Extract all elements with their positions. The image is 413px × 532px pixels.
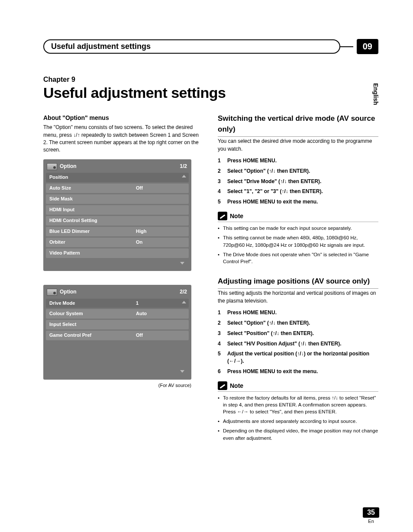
menu2-title: Option [60, 288, 77, 296]
step: Press HOME MENU to exit the menu. [218, 198, 378, 206]
menu-label: Colour System [49, 310, 136, 317]
menu-label: Side Mask [49, 196, 136, 203]
menu-label: Auto Size [49, 185, 136, 192]
menu1-row: HDMI Control Setting [46, 216, 189, 226]
page-lang: En [363, 519, 379, 524]
menu-value: Off [136, 332, 185, 339]
note-item: This setting cannot be made when 480i, 4… [218, 234, 378, 248]
note-item: This setting can be made for each input … [218, 225, 378, 232]
note-item: The Drive Mode does not operate when "On… [218, 251, 378, 265]
note-header: Note [218, 381, 378, 392]
section2-intro: This setting adjusts the horizontal and … [218, 290, 378, 305]
up-arrow-icon [182, 175, 186, 177]
note-label: Note [230, 212, 243, 220]
chapter-badge: 09 [357, 39, 378, 54]
menu1-row: OrbiterOn [46, 238, 189, 247]
menu-value: 1 [136, 300, 185, 307]
step: Select "Drive Mode" (↑/↓ then ENTER). [218, 178, 378, 185]
menu-label: Blue LED Dimmer [49, 228, 136, 235]
left-column: About "Option" menus The "Option" menu c… [43, 113, 204, 444]
section2-steps: Press HOME MENU. Select "Option" (↑/↓ th… [218, 309, 378, 375]
section2-notes: To restore the factory defaults for all … [218, 394, 378, 442]
menu1-page: 1/2 [180, 163, 187, 170]
menu-caption: (For AV source) [43, 382, 191, 389]
step: Select "H/V Position Adjust" (↑/↓ then E… [218, 340, 378, 348]
menu-label: HDMI Control Setting [49, 217, 136, 224]
step: Select "Position" (↑/↓ then ENTER). [218, 330, 378, 337]
note-item: To restore the factory defaults for all … [218, 394, 378, 415]
menu-label: HDMI Input [49, 206, 136, 213]
menu1-row: Side Mask [46, 194, 189, 204]
step: Select "1", "2" or "3" (↑/↓ then ENTER). [218, 188, 378, 195]
menu1-row: HDMI Input [46, 205, 189, 215]
note-icon [218, 212, 227, 220]
menu-label: Orbiter [49, 239, 136, 246]
menu1-row: Auto SizeOff [46, 184, 189, 193]
step: Adjust the vertical position (↑/↓) or th… [218, 350, 378, 365]
menu-label: Position [49, 174, 136, 181]
option-menu-2: Option 2/2 Drive Mode 1 Colour SystemAut… [43, 285, 191, 380]
page-footer: 35 En [363, 507, 379, 524]
menu-value [136, 250, 185, 257]
page-number: 35 [363, 507, 379, 518]
menu-value: On [136, 239, 185, 246]
menu-label: Drive Mode [49, 300, 136, 307]
page-title: Useful adjustment settings [43, 84, 378, 101]
step: Press HOME MENU. [218, 157, 378, 164]
note-header: Note [218, 212, 378, 222]
about-text: The "Option" menu consists of two screen… [43, 124, 204, 154]
menu-label: Game Control Pref [49, 332, 136, 339]
note-item: Adjustments are stored separately accord… [218, 418, 378, 425]
menu1-row: Position [46, 173, 189, 182]
down-arrow-icon [180, 370, 184, 373]
section1-notes: This setting can be made for each input … [218, 225, 378, 264]
header-title: Useful adjustment settings [43, 39, 340, 54]
menu1-row: Video Pattern [46, 248, 189, 258]
menu2-row: Input Select [46, 320, 189, 329]
option-menu-1: Option 1/2 Position Auto SizeOff Side Ma… [43, 159, 191, 271]
menu1-title: Option [60, 163, 77, 170]
right-column: Switching the vertical drive mode (AV so… [218, 113, 378, 444]
menu-label: Input Select [49, 321, 136, 328]
menu-value: Off [136, 185, 185, 192]
note-icon [218, 381, 227, 390]
step: Press HOME MENU. [218, 309, 378, 316]
step: Select "Option" (↑/↓ then ENTER). [218, 168, 378, 175]
section1-steps: Press HOME MENU. Select "Option" (↑/↓ th… [218, 157, 378, 206]
option-icon [47, 289, 57, 296]
menu-label: Video Pattern [49, 250, 136, 257]
menu-value: Auto [136, 310, 185, 317]
note-label: Note [230, 381, 243, 390]
step: Press HOME MENU to exit the menu. [218, 368, 378, 375]
menu2-row: Game Control PrefOff [46, 331, 189, 340]
up-arrow-icon [182, 301, 186, 303]
note-item: Depending on the displayed video, the im… [218, 427, 378, 441]
about-heading: About "Option" menus [43, 113, 204, 122]
menu2-page: 2/2 [180, 288, 187, 296]
menu-value [136, 206, 185, 213]
section2-heading: Adjusting image positions (AV source onl… [218, 276, 378, 289]
menu2-row: Drive Mode 1 [46, 299, 189, 308]
section1-intro: You can select the desired drive mode ac… [218, 138, 378, 153]
menu-value [136, 321, 185, 328]
language-tab: English [372, 83, 379, 105]
menu1-row: Blue LED DimmerHigh [46, 227, 189, 236]
menu-value: High [136, 228, 185, 235]
section1-heading: Switching the vertical drive mode (AV so… [218, 113, 378, 137]
menu-value [136, 174, 185, 181]
option-icon [47, 163, 57, 170]
header-bar: Useful adjustment settings 09 [43, 39, 378, 54]
chapter-label: Chapter 9 [43, 76, 378, 84]
header-connector [340, 46, 353, 47]
menu-value [136, 217, 185, 224]
step: Select "Option" (↑/↓ then ENTER). [218, 319, 378, 327]
menu-value [136, 196, 185, 203]
down-arrow-icon [180, 262, 184, 264]
menu2-row: Colour SystemAuto [46, 309, 189, 319]
